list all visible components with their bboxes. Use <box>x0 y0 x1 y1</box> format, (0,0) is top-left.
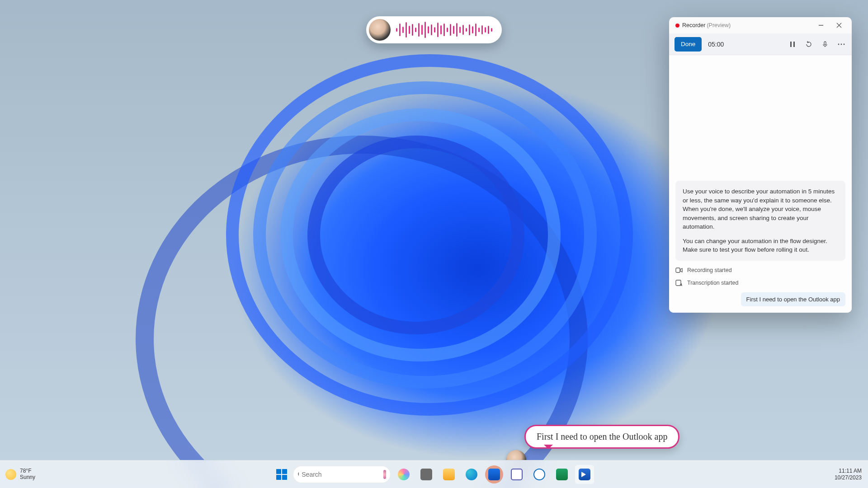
taskbar-task-view[interactable] <box>417 465 436 484</box>
taskbar-copilot[interactable] <box>394 465 413 484</box>
taskbar-edge[interactable] <box>462 465 481 484</box>
taskbar: 78°F Sunny 11:11 AM 10/27/2023 <box>0 460 868 488</box>
video-icon <box>675 267 683 273</box>
window-title-suffix: (Preview) <box>707 22 731 28</box>
recorder-titlebar[interactable]: Recorder (Preview) <box>669 17 852 33</box>
svg-rect-3 <box>790 42 792 47</box>
search-icon <box>297 471 299 478</box>
weather-desc: Sunny <box>20 474 35 481</box>
voice-waveform <box>396 22 495 38</box>
record-indicator-icon <box>675 23 679 28</box>
weather-temp: 78°F <box>20 468 35 474</box>
outlook-icon <box>488 469 500 480</box>
teams-icon <box>511 469 523 480</box>
tray-date: 10/27/2023 <box>835 474 862 481</box>
task-view-icon <box>420 469 432 480</box>
power-automate-icon <box>579 469 590 480</box>
taskbar-excel[interactable] <box>552 465 571 484</box>
start-button[interactable] <box>274 467 289 482</box>
svg-point-11 <box>298 472 299 476</box>
copilot-icon <box>398 469 410 480</box>
weather-widget[interactable]: 78°F Sunny <box>5 468 35 481</box>
restart-icon[interactable] <box>804 39 814 49</box>
microphone-icon[interactable] <box>820 39 830 49</box>
excel-icon <box>556 469 568 480</box>
status-recording: Recording started <box>675 267 845 273</box>
taskbar-outlook[interactable] <box>485 465 504 484</box>
close-button[interactable] <box>830 19 848 32</box>
hint-paragraph-1: Use your voice to describe your automati… <box>683 187 838 231</box>
pause-icon[interactable] <box>788 39 797 49</box>
recorder-window: Recorder (Preview) Done 05:00 Use your v… <box>669 17 852 313</box>
taskbar-search[interactable] <box>293 466 391 483</box>
minimize-button[interactable] <box>812 19 830 32</box>
svg-point-7 <box>841 43 842 45</box>
viva-icon <box>533 469 545 480</box>
system-tray[interactable]: 11:11 AM 10/27/2023 <box>835 468 862 481</box>
transcript-bubble: First I need to open the Outlook app <box>741 292 845 306</box>
search-input[interactable] <box>302 471 381 478</box>
more-icon[interactable] <box>836 39 846 49</box>
status-transcription: Transcription started <box>675 280 845 286</box>
taskbar-teams[interactable] <box>507 465 526 484</box>
hint-card: Use your voice to describe your automati… <box>675 181 845 261</box>
window-title: Recorder <box>682 22 705 28</box>
file-explorer-icon <box>443 469 455 480</box>
taskbar-viva[interactable] <box>530 465 549 484</box>
svg-rect-10 <box>676 280 681 286</box>
recorder-toolbar: Done 05:00 <box>669 33 852 55</box>
cursor-speech-bubble: First I need to open the Outlook app <box>524 425 679 449</box>
weather-sun-icon <box>5 469 16 480</box>
taskbar-power-automate[interactable] <box>575 465 594 484</box>
svg-rect-9 <box>676 268 680 272</box>
voice-avatar <box>369 19 391 41</box>
tray-time: 11:11 AM <box>839 468 862 474</box>
svg-point-6 <box>838 43 840 45</box>
windows-logo-icon <box>276 469 287 480</box>
taskbar-file-explorer[interactable] <box>439 465 458 484</box>
transcript-icon <box>675 280 683 286</box>
done-button[interactable]: Done <box>675 37 702 52</box>
svg-rect-4 <box>793 42 795 47</box>
search-highlight-icon <box>383 470 386 479</box>
hint-paragraph-2: You can change your automation in the fl… <box>683 237 838 254</box>
edge-icon <box>466 469 477 480</box>
svg-rect-5 <box>824 42 826 45</box>
recorder-time: 05:00 <box>708 41 724 48</box>
voice-pill <box>366 16 502 43</box>
svg-point-8 <box>844 43 845 45</box>
recorder-body: Use your voice to describe your automati… <box>669 55 852 313</box>
